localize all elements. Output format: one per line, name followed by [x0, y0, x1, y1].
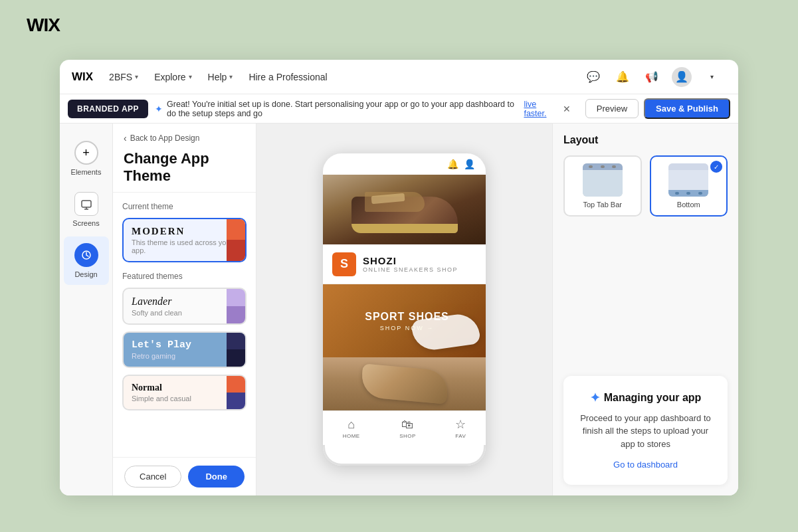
- theme-name-letsplay: Let's Play: [132, 339, 219, 351]
- theme-card-lavender[interactable]: Lavender Softy and clean: [122, 288, 247, 325]
- nav-item-explore[interactable]: Explore ▾: [148, 68, 198, 86]
- chevron-down-icon: ▾: [135, 73, 138, 80]
- phone-hero-image: [323, 175, 486, 244]
- close-icon[interactable]: ✕: [560, 101, 573, 117]
- banner-text: SPORT SHOES: [365, 310, 449, 323]
- chevron-down-icon: ▾: [189, 73, 192, 80]
- sparkle-icon: ✦: [590, 391, 600, 405]
- sidebar-item-elements[interactable]: + Elements: [64, 134, 109, 183]
- brand-logo: S: [332, 252, 356, 276]
- phone-status-bar: 🔔 👤: [323, 153, 486, 175]
- theme-card-modern[interactable]: ✓ MODERN This theme is used across your …: [122, 218, 247, 262]
- sidebar-label-elements: Elements: [71, 168, 102, 176]
- nav-icons: 💬 🔔 📢 👤 ▾: [584, 67, 721, 87]
- preview-button[interactable]: Preview: [585, 99, 639, 118]
- sidebar-item-design[interactable]: Design: [64, 236, 109, 285]
- manage-card-title: ✦ Managing your app: [577, 391, 714, 405]
- layout-section: Layout Top Tab Bar: [563, 134, 728, 217]
- theme-card-letsplay[interactable]: Let's Play Retro gaming: [122, 331, 247, 368]
- left-sidebar: + Elements Screens Design: [60, 124, 113, 495]
- manage-app-card: ✦ Managing your app Proceed to your app …: [563, 376, 728, 486]
- save-publish-button[interactable]: Save & Publish: [644, 98, 730, 119]
- content-area: + Elements Screens Design ‹ Bac: [60, 124, 738, 495]
- phone-bottom-section: [323, 357, 486, 410]
- tab-home[interactable]: ⌂ HOME: [343, 418, 360, 439]
- phone-tab-bar: ⌂ HOME 🛍 SHOP ☆ FAV: [323, 410, 486, 445]
- theme-panel-header: ‹ Back to App Design Change App Theme: [113, 124, 256, 193]
- top-nav: WIX 2BFS ▾ Explore ▾ Help ▾ Hire a Profe…: [60, 60, 738, 94]
- theme-swatch-letsplay: [227, 333, 245, 367]
- star-icon: ✦: [155, 104, 163, 114]
- megaphone-icon[interactable]: 📢: [643, 68, 661, 86]
- theme-panel: ‹ Back to App Design Change App Theme Cu…: [113, 124, 256, 495]
- theme-desc-normal: Simple and casual: [132, 395, 219, 402]
- layout-name-bottom: Bottom: [677, 201, 700, 209]
- home-icon: ⌂: [348, 418, 355, 432]
- cancel-button[interactable]: Cancel: [124, 466, 181, 488]
- theme-swatch-lavender: [227, 289, 245, 323]
- go-to-dashboard-link[interactable]: Go to dashboard: [613, 460, 678, 470]
- brand-subtitle: ONLINE SNEAKERS SHOP: [363, 266, 458, 273]
- featured-themes-label: Featured themes: [122, 272, 247, 281]
- live-link[interactable]: live faster.: [524, 100, 553, 118]
- branded-app-button[interactable]: BRANDED APP: [68, 100, 148, 118]
- phone-preview-area: 🔔 👤: [256, 124, 552, 495]
- theme-swatch-normal: [227, 376, 245, 409]
- current-theme-label: Current theme: [122, 202, 247, 211]
- layout-options: Top Tab Bar ✓: [563, 155, 728, 217]
- chat-icon[interactable]: 💬: [584, 68, 603, 86]
- bell-status-icon: 🔔: [447, 159, 458, 169]
- theme-desc-lavender: Softy and clean: [132, 309, 219, 317]
- theme-panel-body: Current theme ✓ MODERN This theme is use…: [113, 193, 256, 457]
- theme-swatch-modern: [227, 219, 245, 261]
- layout-selected-icon: ✓: [710, 161, 722, 173]
- theme-panel-title: Change App Theme: [124, 150, 245, 185]
- theme-card-normal[interactable]: Normal Simple and casual: [122, 375, 247, 410]
- layout-option-bottom[interactable]: ✓ Bottom: [650, 155, 728, 217]
- right-panel: Layout Top Tab Bar: [552, 124, 738, 495]
- design-icon: [74, 243, 98, 267]
- sidebar-item-screens[interactable]: Screens: [64, 185, 109, 234]
- theme-desc-letsplay: Retro gaming: [132, 352, 219, 360]
- layout-title: Layout: [563, 134, 728, 146]
- notif-actions: Preview Save & Publish: [585, 98, 730, 119]
- notification-bar: BRANDED APP ✦ Great! You're initial set …: [60, 94, 738, 124]
- banner-sub: SHOP NOW →: [365, 325, 449, 331]
- theme-name-normal: Normal: [132, 383, 219, 393]
- tab-shop-label: SHOP: [399, 433, 416, 439]
- layout-option-top-tab[interactable]: Top Tab Bar: [563, 155, 642, 217]
- main-window: WIX 2BFS ▾ Explore ▾ Help ▾ Hire a Profe…: [60, 60, 738, 495]
- layout-bottom-preview: [668, 163, 708, 197]
- phone-frame: 🔔 👤: [323, 153, 486, 466]
- user-avatar[interactable]: 👤: [672, 67, 692, 87]
- done-button[interactable]: Done: [188, 466, 245, 488]
- theme-desc-modern: This theme is used across your app.: [132, 238, 237, 254]
- nav-item-help[interactable]: Help ▾: [201, 68, 240, 86]
- tab-fav-label: FAV: [455, 433, 466, 439]
- sidebar-label-design: Design: [74, 270, 97, 278]
- fav-icon: ☆: [455, 417, 466, 432]
- nav-item-hire[interactable]: Hire a Professional: [242, 68, 334, 86]
- svg-rect-0: [82, 201, 91, 207]
- user-status-icon: 👤: [464, 159, 475, 169]
- notification-message: ✦ Great! You're initial set up is done. …: [155, 100, 553, 118]
- chevron-down-icon: ▾: [229, 73, 233, 80]
- phone-brand-section: S SHOZI ONLINE SNEAKERS SHOP: [323, 244, 486, 284]
- shop-icon: 🛍: [401, 418, 413, 432]
- screens-icon: [74, 192, 98, 216]
- back-to-app-design-link[interactable]: ‹ Back to App Design: [124, 133, 245, 143]
- tab-fav[interactable]: ☆ FAV: [455, 417, 466, 439]
- account-chevron-icon[interactable]: ▾: [702, 68, 721, 86]
- nav-item-2bfs[interactable]: 2BFS ▾: [102, 68, 145, 86]
- add-icon: +: [74, 141, 98, 165]
- wix-logo: WIX: [27, 15, 60, 36]
- brand-name: SHOZI: [363, 255, 458, 266]
- phone-banner: SPORT SHOES SHOP NOW →: [323, 284, 486, 357]
- theme-panel-footer: Cancel Done: [113, 457, 256, 495]
- nav-brand: WIX: [72, 70, 93, 84]
- layout-name-top: Top Tab Bar: [583, 201, 622, 209]
- manage-card-description: Proceed to your app dashboard to finish …: [577, 412, 714, 451]
- back-arrow-icon: ‹: [124, 133, 127, 143]
- tab-shop[interactable]: 🛍 SHOP: [399, 418, 416, 439]
- bell-icon[interactable]: 🔔: [613, 68, 632, 86]
